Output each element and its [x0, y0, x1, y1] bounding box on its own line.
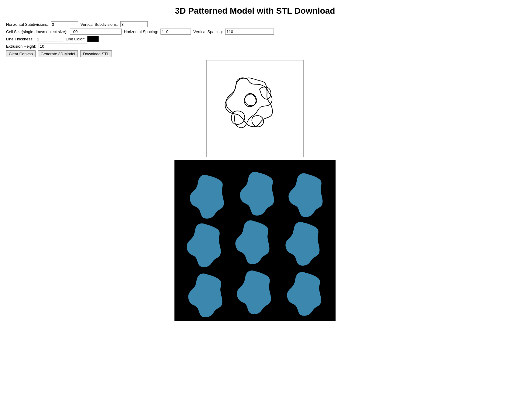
vertical-spacing-label: Vertical Spacing: — [193, 29, 223, 34]
line-color-swatch[interactable] — [87, 36, 99, 42]
line-thickness-label: Line Thickness: — [6, 37, 33, 41]
horizontal-spacing-input[interactable] — [160, 29, 191, 35]
model-svg — [174, 160, 336, 321]
cell-size-label: Cell Size(single drawn object size): — [6, 29, 67, 34]
drawing-canvas-area — [6, 60, 504, 157]
extrusion-height-input[interactable] — [39, 43, 87, 49]
generate-3d-model-button[interactable]: Generate 3D Model — [38, 50, 78, 57]
vertical-spacing-input[interactable] — [225, 29, 274, 35]
control-row-1: Horizontal Subdivisions: Vertical Subdiv… — [6, 21, 504, 27]
cell-size-input[interactable] — [70, 29, 122, 35]
control-row-3: Line Thickness: Line Color: — [6, 36, 504, 42]
horizontal-spacing-label: Horizontal Spacing: — [124, 29, 158, 34]
control-row-2: Cell Size(single drawn object size): Hor… — [6, 29, 504, 35]
control-row-buttons: Clear Canvas Generate 3D Model Download … — [6, 50, 504, 57]
page-title: 3D Patterned Model with STL Download — [6, 6, 504, 16]
vertical-subdivisions-input[interactable] — [120, 21, 148, 27]
extrusion-height-label: Extrusion Height: — [6, 44, 36, 49]
clear-canvas-button[interactable]: Clear Canvas — [6, 50, 36, 57]
line-thickness-input[interactable] — [36, 36, 63, 42]
model-view-area — [6, 160, 504, 321]
model-canvas — [174, 160, 336, 321]
line-color-label: Line Color: — [66, 37, 85, 41]
download-stl-button[interactable]: Download STL — [80, 50, 112, 57]
control-row-4: Extrusion Height: — [6, 43, 504, 49]
horizontal-subdivisions-input[interactable] — [51, 21, 78, 27]
controls-panel: Horizontal Subdivisions: Vertical Subdiv… — [6, 21, 504, 57]
drawing-canvas[interactable] — [206, 60, 304, 157]
vertical-subdivisions-label: Vertical Subdivisions: — [81, 22, 118, 27]
drawing-svg — [207, 60, 303, 157]
horizontal-subdivisions-label: Horizontal Subdivisions: — [6, 22, 48, 27]
